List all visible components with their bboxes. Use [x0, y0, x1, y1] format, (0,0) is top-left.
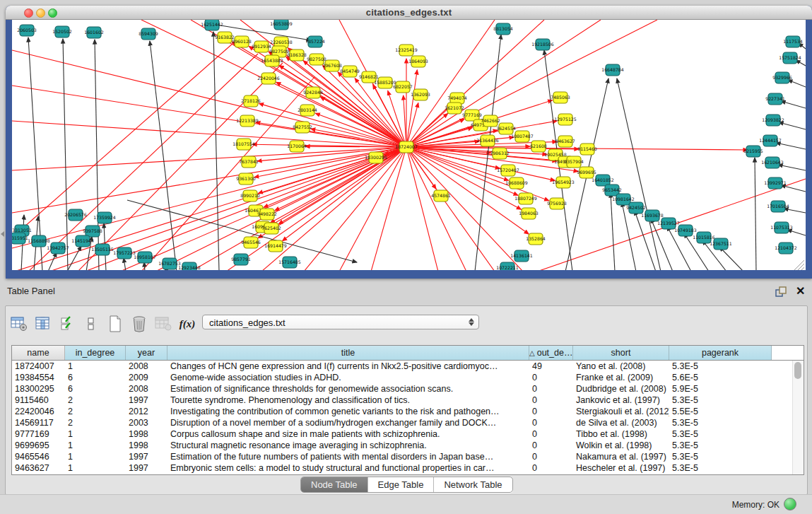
citation-edge[interactable]	[406, 147, 529, 234]
graph-node-teal[interactable]: 17016504	[767, 201, 789, 212]
table-column-icon[interactable]	[34, 315, 52, 332]
graph-node-teal[interactable]: 12367511	[710, 238, 732, 250]
graph-node-teal[interactable]: 12104372	[775, 243, 797, 254]
tab-edge-table[interactable]: Edge Table	[368, 477, 435, 492]
graph-node-teal[interactable]: 16053809	[270, 20, 293, 30]
graph-node-teal[interactable]: 8813054	[493, 23, 513, 35]
graph-node-teal[interactable]: 16648784	[601, 64, 624, 76]
memory-status-icon[interactable]	[784, 498, 796, 510]
function-icon[interactable]: f(x)	[178, 315, 196, 332]
graph-node-yellow[interactable]: 2967608	[322, 60, 342, 71]
graph-node-teal[interactable]: 1117534	[783, 36, 803, 47]
graph-node-teal[interactable]: 16782753	[158, 258, 181, 269]
graph-node-teal[interactable]: 9424502	[626, 202, 646, 214]
graph-node-teal[interactable]: 10958107	[134, 252, 156, 263]
citation-edge[interactable]	[144, 262, 145, 270]
graph-node-teal[interactable]: 19218506	[531, 39, 554, 50]
graph-node-yellow[interactable]: 1170064	[287, 141, 307, 152]
graph-node-yellow[interactable]: 3624554	[496, 123, 516, 134]
graph-node-yellow[interactable]: 19654923	[552, 177, 575, 188]
graph-node-teal[interactable]: 9857791	[231, 254, 251, 265]
graph-node-yellow[interactable]: 9756928	[547, 198, 567, 209]
graph-node-teal[interactable]: 14136141	[510, 250, 533, 262]
tab-node-table[interactable]: Node Table	[301, 477, 368, 492]
citation-edge[interactable]	[406, 147, 438, 270]
graph-node-yellow[interactable]: 6822057	[393, 81, 413, 93]
citation-edge[interactable]	[406, 147, 466, 270]
citation-edge[interactable]	[12, 43, 233, 238]
citation-edge[interactable]	[781, 185, 806, 192]
citation-edge[interactable]	[788, 80, 806, 87]
column-header-title[interactable]: title	[167, 346, 529, 360]
graph-node-yellow[interactable]: 8454749	[340, 66, 360, 77]
citation-edge[interactable]	[150, 41, 177, 270]
graph-node-yellow[interactable]: 1621072	[445, 103, 464, 114]
citation-edge[interactable]	[63, 39, 68, 270]
graph-node-teal[interactable]: 12444157	[759, 135, 782, 146]
table-row[interactable]: 946362711997Embryonic stem cells: a mode…	[12, 462, 804, 474]
citation-edge[interactable]	[124, 258, 126, 270]
graph-node-yellow[interactable]: 2803144	[298, 105, 317, 116]
citation-edge[interactable]	[776, 143, 806, 149]
table-row[interactable]: 911546021997Tourette syndrome. Phenomeno…	[12, 395, 804, 406]
graph-node-yellow[interactable]: 9115460	[577, 144, 597, 155]
graph-node-yellow[interactable]: 10807487	[511, 131, 534, 142]
table-settings-icon[interactable]	[10, 315, 28, 332]
graph-node-yellow[interactable]: 9465546	[241, 237, 261, 248]
network-canvas[interactable]: 2060503152050216016028594309162514421605…	[12, 20, 806, 270]
graph-node-teal[interactable]: 8594309	[139, 28, 158, 40]
tab-network-table[interactable]: Network Table	[434, 477, 512, 492]
graph-node-teal[interactable]: 2060503	[17, 25, 37, 36]
graph-node-teal[interactable]: 17359924	[93, 212, 116, 223]
graph-node-yellow[interactable]: 7625402	[261, 223, 281, 234]
table-selector-dropdown[interactable]: citations_edges.txt	[202, 315, 479, 329]
citation-edge[interactable]	[784, 209, 806, 213]
column-header-pagerank[interactable]: pagerank	[669, 346, 772, 360]
graph-node-teal[interactable]: 12093822	[762, 115, 784, 126]
citation-edge[interactable]	[755, 158, 756, 270]
graph-node-yellow[interactable]: 2718126	[241, 95, 261, 107]
new-document-icon[interactable]	[106, 315, 124, 332]
graph-node-yellow[interactable]: 8186328	[287, 49, 307, 61]
network-graph[interactable]: 2060503152050216016028594309162514421605…	[12, 20, 806, 270]
table-row[interactable]: 1938455462009Genome-wide association stu…	[12, 372, 804, 383]
graph-node-yellow[interactable]: 12213389	[236, 115, 259, 127]
graph-node-yellow[interactable]: 10688609	[505, 177, 528, 189]
graph-node-yellow[interactable]: 8960128	[232, 36, 252, 47]
row-height-icon[interactable]	[82, 315, 100, 332]
graph-node-yellow[interactable]: 9463627	[555, 136, 575, 147]
graph-node-teal[interactable]: 1601602	[84, 27, 104, 38]
graph-node-yellow[interactable]: 7637841	[239, 156, 259, 168]
graph-node-teal[interactable]: 17957223	[113, 247, 136, 259]
graph-node-teal[interactable]: 16210643	[761, 157, 784, 168]
graph-node-teal[interactable]: 9227341	[765, 93, 785, 105]
resize-grip-icon[interactable]	[801, 267, 804, 270]
table-row[interactable]: 946554611997Estimation of the future num…	[12, 451, 804, 462]
graph-node-teal[interactable]: 12923448	[178, 262, 201, 270]
citation-edge[interactable]	[779, 122, 806, 129]
citation-edge[interactable]	[406, 20, 657, 147]
float-panel-icon[interactable]	[775, 286, 788, 298]
citation-edge[interactable]	[778, 165, 806, 170]
graph-node-yellow[interactable]: 9242848	[303, 87, 323, 98]
citation-edge[interactable]	[304, 147, 406, 270]
scrollbar-thumb[interactable]	[794, 362, 801, 379]
graph-node-yellow[interactable]: 9498222	[257, 209, 277, 220]
column-header-in_degree[interactable]: in_degree	[65, 346, 126, 360]
table-row[interactable]: 1830029562008Estimation of significance …	[12, 383, 804, 395]
graph-node-teal[interactable]: 13942757	[47, 243, 69, 254]
graph-node-yellow[interactable]: 7485063	[551, 92, 570, 103]
graph-node-yellow[interactable]: 9357904	[564, 156, 584, 168]
graph-node-teal[interactable]: 11693678	[641, 210, 664, 221]
graph-node-yellow[interactable]: 1352864	[526, 233, 546, 245]
citation-edge[interactable]	[256, 122, 406, 147]
graph-node-yellow[interactable]: 9361300	[236, 173, 256, 185]
select-rows-icon[interactable]	[58, 315, 76, 332]
graph-node-yellow[interactable]: 15720407	[497, 165, 519, 176]
graph-node-teal[interactable]: 9329966	[772, 72, 792, 83]
graph-node-teal[interactable]: 13992971	[764, 177, 787, 189]
graph-node-teal[interactable]: 7857224	[305, 36, 325, 47]
citation-edge[interactable]	[213, 32, 219, 270]
vertical-scrollbar[interactable]	[792, 361, 804, 474]
graph-node-yellow[interactable]: 1864093	[408, 56, 428, 67]
